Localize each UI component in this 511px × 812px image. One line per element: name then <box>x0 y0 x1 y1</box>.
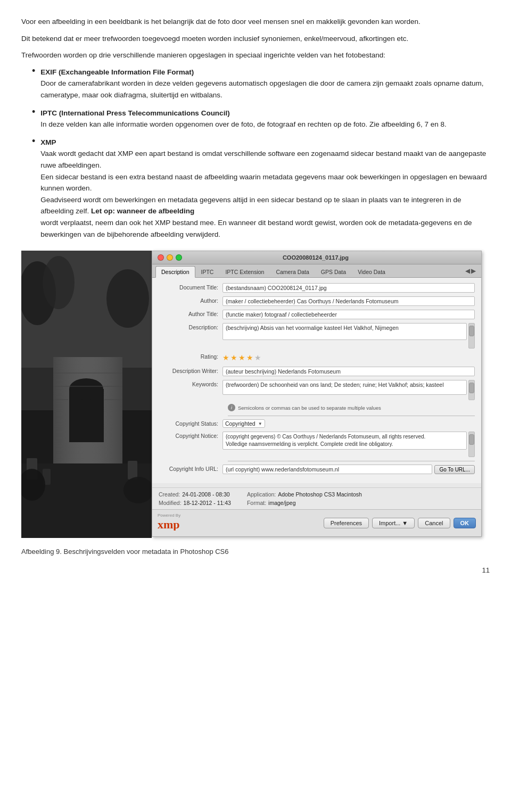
svg-point-5 <box>106 269 149 328</box>
cancel-button[interactable]: Cancel <box>418 518 450 528</box>
bullet-content-exif: EXIF (Exchangeable Information File Form… <box>40 67 490 101</box>
rating-stars[interactable]: ★ ★ ★ ★ ★ <box>222 352 261 363</box>
bullet-item-xmp: • XMP Vaak wordt gedacht dat XMP een apa… <box>32 137 490 240</box>
tab-camera-data[interactable]: Camera Data <box>270 266 315 277</box>
star-1[interactable]: ★ <box>222 353 229 362</box>
scrollbar-thumb-keywords <box>469 383 474 393</box>
xmp-brand: Powered By xmp <box>158 513 189 533</box>
scrollbar-thumb-description <box>469 326 474 336</box>
meta-application-value: Adobe Photoshop CS3 Macintosh <box>278 491 362 498</box>
field-row-keywords: Keywords: (trefwoorden) De schoonheid va… <box>159 380 475 400</box>
meta-modified-label: Modified: <box>159 500 182 506</box>
metadata-bottom: Created: 24-01-2008 - 08:30 Modified: 18… <box>152 487 481 509</box>
meta-created-label: Created: <box>159 491 180 498</box>
import-dropdown-icon: ▼ <box>402 520 408 526</box>
svg-point-4 <box>43 256 75 309</box>
tab-description[interactable]: Description <box>155 266 195 278</box>
paragraph-3: Trefwoorden worden op drie verschillende… <box>21 49 490 61</box>
star-4[interactable]: ★ <box>246 353 253 362</box>
field-label-copyright-notice: Copyright Notice: <box>159 432 222 439</box>
tab-prev-icon[interactable]: ◀ <box>465 267 470 275</box>
field-label-desc-writer: Description Writer: <box>159 367 222 374</box>
xmp-logo: xmp <box>158 518 189 533</box>
field-value-description[interactable]: (beschrijving) Absis van het voormalige … <box>222 323 467 340</box>
star-3[interactable]: ★ <box>238 353 245 362</box>
import-button[interactable]: Import... ▼ <box>372 518 415 528</box>
bullet-body-xmp-bold: Let op: wanneer de afbeelding <box>91 207 194 215</box>
field-value-copyright-notice[interactable]: (copyright gegevens) © Cas Oorthuys / Ne… <box>222 432 467 450</box>
dialog-box: COO20080124_0117.jpg Description IPTC IP… <box>152 251 482 537</box>
meta-col-dates: Created: 24-01-2008 - 08:30 Modified: 18… <box>159 491 231 506</box>
svg-text:xmp: xmp <box>158 518 180 531</box>
field-label-author: Author: <box>159 296 222 304</box>
field-row-copyright-url: Copyright Info URL: (url copyright) www.… <box>159 465 475 474</box>
field-value-author-title[interactable]: (functie maker) fotograaf / collectiebeh… <box>222 310 475 319</box>
bullet-body-exif: Door de camerafabrikant worden in deze v… <box>40 79 483 99</box>
meta-modified-value: 18-12-2012 - 11:43 <box>184 500 231 506</box>
import-label: Import... <box>379 520 400 526</box>
xmp-powered-by-text: Powered By <box>158 513 180 518</box>
meta-row-created: Created: 24-01-2008 - 08:30 <box>159 491 231 498</box>
star-5[interactable]: ★ <box>254 353 261 362</box>
meta-row-application: Application: Adobe Photoshop CS3 Macinto… <box>247 491 362 498</box>
dialog-title: COO20080124_0117.jpg <box>155 254 476 261</box>
preferences-button[interactable]: Preferences <box>324 518 369 528</box>
field-label-document-title: Document Title: <box>159 283 222 291</box>
keywords-scrollbar[interactable] <box>468 380 475 400</box>
ok-button[interactable]: OK <box>454 518 476 528</box>
field-value-keywords[interactable]: (trefwoorden) De schoonheid van ons land… <box>222 380 467 395</box>
copyright-status-select[interactable]: Copyrighted ▼ <box>222 419 265 428</box>
star-2[interactable]: ★ <box>230 353 237 362</box>
tab-gps-data[interactable]: GPS Data <box>315 266 352 277</box>
main-text: Voor een afbeelding in een beeldbank is … <box>21 16 490 61</box>
separator-2 <box>228 461 475 461</box>
field-row-copyright-notice: Copyright Notice: (copyright gegevens) ©… <box>159 432 475 457</box>
field-label-rating: Rating: <box>159 352 222 360</box>
bullet-dot-3: • <box>32 136 35 147</box>
bullet-body-iptc: In deze velden kan alle informatie worde… <box>40 120 447 128</box>
info-hint: i Semicolons or commas can be used to se… <box>228 404 475 411</box>
field-value-document-title[interactable]: (bestandsnaam) COO2008124_0117.jpg <box>222 283 475 293</box>
bullet-body-xmp-4: wordt verplaatst, neem dan ook het XMP b… <box>40 219 472 238</box>
figure-caption: Afbeelding 9. Beschrijvingsvelden voor m… <box>21 548 490 556</box>
meta-col-app: Application: Adobe Photoshop CS3 Macinto… <box>247 491 362 506</box>
bullet-item-exif: • EXIF (Exchangeable Information File Fo… <box>32 67 490 101</box>
bullet-body-xmp-2: Een sidecar bestand is een extra bestand… <box>40 173 487 193</box>
field-row-document-title: Document Title: (bestandsnaam) COO200812… <box>159 283 475 293</box>
photo-svg <box>21 251 152 538</box>
page-number: 11 <box>21 566 490 574</box>
field-label-copyright-status: Copyright Status: <box>159 419 222 427</box>
svg-rect-17 <box>128 461 137 479</box>
meta-format-label: Format: <box>247 500 266 506</box>
bullet-title-iptc: IPTC (International Press Telecommunicat… <box>40 109 229 117</box>
xmp-logo-svg: xmp <box>158 518 189 531</box>
url-row: (url copyright) www.nederlandsfotomuseum… <box>222 465 475 474</box>
field-value-author[interactable]: (maker / collectiebeheerder) Cas Oorthuy… <box>222 296 475 306</box>
field-row-desc-writer: Description Writer: (auteur beschrijving… <box>159 367 475 376</box>
svg-point-9 <box>69 378 103 400</box>
dialog-tabs: Description IPTC IPTC Extension Camera D… <box>152 264 481 278</box>
description-scrollbar[interactable] <box>468 323 475 349</box>
goto-url-button[interactable]: Go To URL... <box>434 465 475 474</box>
scrollbar-thumb-copyright <box>469 434 474 445</box>
field-label-copyright-url: Copyright Info URL: <box>159 465 222 472</box>
field-value-desc-writer[interactable]: (auteur beschrijving) Nederlands Fotomus… <box>222 367 475 376</box>
dialog-content: Document Title: (bestandsnaam) COO200812… <box>152 278 481 483</box>
tab-video-data[interactable]: Video Data <box>352 266 391 277</box>
tab-iptc[interactable]: IPTC <box>195 266 220 277</box>
tab-iptc-extension[interactable]: IPTC Extension <box>219 266 270 277</box>
bullet-content-xmp: XMP Vaak wordt gedacht dat XMP een apart… <box>40 137 490 240</box>
copyright-status-value: Copyrighted <box>225 420 256 427</box>
meta-application-label: Application: <box>247 491 276 498</box>
bullet-title-exif: EXIF (Exchangeable Information File Form… <box>40 68 194 76</box>
tab-next-icon[interactable]: ▶ <box>471 267 476 275</box>
field-row-author-title: Author Title: (functie maker) fotograaf … <box>159 310 475 319</box>
paragraph-2: Dit betekend dat er meer trefwoorden toe… <box>21 33 490 45</box>
copyright-notice-scrollbar[interactable] <box>468 432 475 457</box>
field-label-description: Description: <box>159 323 222 330</box>
photo-placeholder <box>21 251 152 538</box>
field-row-author: Author: (maker / collectiebeheerder) Cas… <box>159 296 475 306</box>
copyright-url-field[interactable]: (url copyright) www.nederlandsfotomuseum… <box>222 465 432 474</box>
select-arrow-icon: ▼ <box>258 421 262 426</box>
bullet-item-iptc: • IPTC (International Press Telecommunic… <box>32 107 490 130</box>
